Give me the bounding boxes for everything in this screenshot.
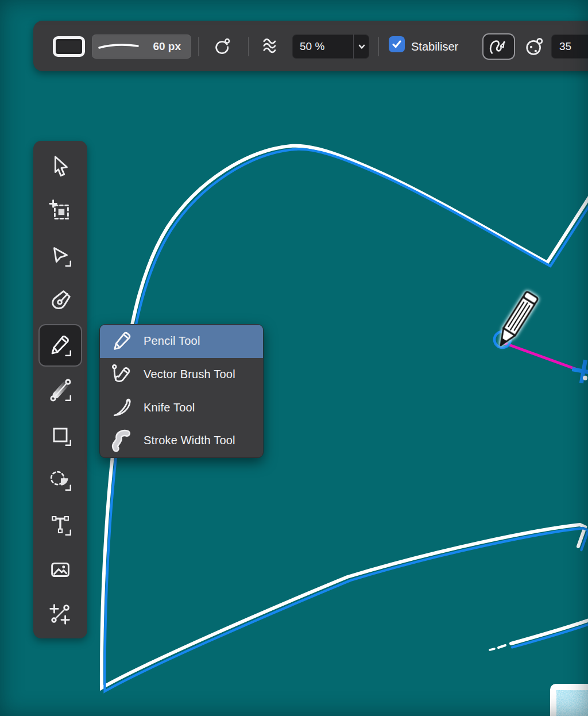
stabiliser-length-field[interactable]: 35 xyxy=(551,34,588,59)
rectangle-tool-icon xyxy=(47,422,74,448)
stabiliser-length-value: 35 xyxy=(559,40,571,53)
stroke-width-value: 60 px xyxy=(153,40,181,53)
snap-crosshair xyxy=(570,358,588,386)
stroke-width-preview-icon xyxy=(92,34,145,59)
tool-shape-builder[interactable] xyxy=(40,460,81,500)
tool-fill-gradient[interactable] xyxy=(40,370,81,410)
pencil-preview-line xyxy=(504,343,583,372)
menu-item-label: Stroke Width Tool xyxy=(144,434,235,447)
noise-texture xyxy=(556,690,588,716)
tool-move[interactable] xyxy=(40,146,81,186)
window-stabiliser-button[interactable] xyxy=(520,34,549,59)
flyout-corner-mark xyxy=(66,396,71,401)
smoothing-dropdown[interactable]: 50 % xyxy=(292,34,369,59)
context-toolbar: 60 px 50 % Stab xyxy=(33,21,588,71)
flyout-corner-mark xyxy=(66,261,71,266)
menu-item-label: Knife Tool xyxy=(144,401,195,414)
tool-pen[interactable] xyxy=(40,280,81,321)
tool-point-transform[interactable] xyxy=(40,594,81,634)
window-stabiliser-icon xyxy=(522,34,547,59)
pencil-tool-icon xyxy=(47,332,74,359)
knife-tool-icon xyxy=(110,395,135,420)
stroke-width-control[interactable]: 60 px xyxy=(92,34,191,59)
pencil-tool-flyout-menu: Pencil Tool Vector Brush Tool Knife Tool xyxy=(99,324,264,458)
stroke-style-button[interactable] xyxy=(53,36,85,57)
rope-stabiliser-button[interactable] xyxy=(482,33,515,60)
flyout-corner-mark xyxy=(66,530,71,535)
rope-stabiliser-icon xyxy=(487,35,511,58)
tool-artboard[interactable] xyxy=(40,191,81,231)
tools-panel xyxy=(33,141,87,638)
texture-swatch-thumbnail[interactable] xyxy=(550,684,588,716)
node-tool-icon xyxy=(47,242,74,269)
place-image-tool-icon xyxy=(47,556,74,583)
stabiliser-checkbox[interactable] xyxy=(389,36,405,52)
tool-pencil[interactable] xyxy=(40,325,81,365)
text-tool-icon xyxy=(47,511,74,538)
tool-node[interactable] xyxy=(40,236,81,276)
tool-rectangle[interactable] xyxy=(40,415,81,455)
chevron-down-icon[interactable] xyxy=(353,34,369,59)
app-window: 60 px 50 % Stab xyxy=(0,0,588,716)
pen-tool-icon xyxy=(47,287,74,314)
flyout-corner-mark xyxy=(66,486,71,490)
vector-brush-tool-icon xyxy=(110,362,135,387)
menu-item-label: Pencil Tool xyxy=(144,334,200,348)
artboard-tool-icon xyxy=(47,198,74,224)
fill-gradient-tool-icon xyxy=(47,377,74,403)
pencil-cursor xyxy=(495,291,539,349)
menu-item-pencil-tool[interactable]: Pencil Tool xyxy=(100,325,263,358)
stroke-style-swatch-icon xyxy=(56,40,82,53)
menu-item-vector-brush-tool[interactable]: Vector Brush Tool xyxy=(100,358,263,391)
stabiliser-label: Stabiliser xyxy=(411,40,458,53)
drawing-canvas[interactable] xyxy=(0,0,588,716)
smoothing-waves-icon xyxy=(260,34,285,59)
toolbar-divider xyxy=(198,37,199,56)
checkbox-check-icon xyxy=(390,38,403,51)
tool-text[interactable] xyxy=(40,505,81,545)
move-tool-icon xyxy=(47,153,74,179)
menu-item-stroke-width-tool[interactable]: Stroke Width Tool xyxy=(100,424,263,457)
shape-builder-tool-icon xyxy=(47,467,74,493)
menu-item-knife-tool[interactable]: Knife Tool xyxy=(100,391,263,424)
point-transform-tool-icon xyxy=(47,601,74,628)
smoothing-value: 50 % xyxy=(300,40,324,53)
tool-place-image[interactable] xyxy=(40,549,81,590)
menu-item-label: Vector Brush Tool xyxy=(144,368,235,381)
sculpt-toggle-icon[interactable] xyxy=(210,34,235,59)
flyout-corner-mark xyxy=(66,351,71,356)
toolbar-divider xyxy=(248,37,249,56)
stroke-width-tool-icon xyxy=(110,428,135,453)
pencil-tool-icon xyxy=(110,329,135,354)
toolbar-divider xyxy=(378,37,379,56)
